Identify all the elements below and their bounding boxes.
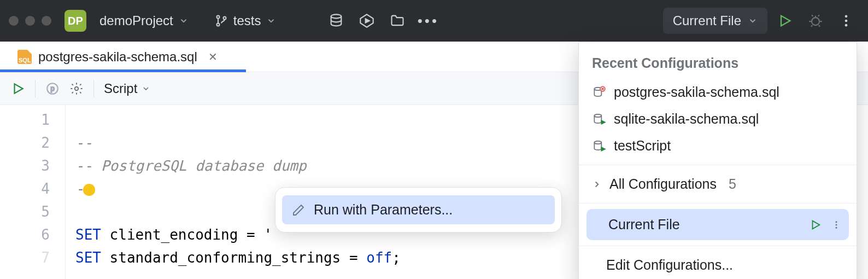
config-name: testScript: [614, 138, 843, 154]
line-gutter: 1 2 3 4 5 6 7: [0, 105, 66, 279]
tab-filename: postgres-sakila-schema.sql: [38, 49, 197, 65]
branch-selector[interactable]: tests: [209, 10, 282, 32]
code-line: -: [75, 181, 95, 197]
branch-name: tests: [233, 13, 261, 28]
code-line: -- PostgreSQL database dump: [75, 158, 307, 174]
svg-point-8: [845, 15, 848, 18]
project-name: demoProject: [99, 13, 173, 28]
active-tab-indicator: [0, 69, 246, 72]
svg-marker-21: [813, 220, 820, 229]
code-line: [75, 204, 84, 220]
chevron-down-icon: [142, 84, 150, 93]
run-with-parameters-item[interactable]: Run with Parameters...: [282, 195, 555, 224]
svg-point-1: [216, 24, 219, 26]
line-number: 1: [0, 108, 50, 131]
line-number: 5: [0, 200, 50, 223]
window-maximize[interactable]: [42, 16, 51, 26]
run-configuration-selector[interactable]: Current File: [663, 8, 767, 34]
svg-point-3: [331, 14, 342, 18]
line-number: 6: [0, 223, 50, 246]
folder-icon: [390, 13, 405, 28]
recent-config-item[interactable]: testScript: [579, 132, 857, 159]
main-toolbar: DP demoProject tests ••• Current File: [0, 0, 868, 42]
sql-file-icon: SQL: [17, 50, 32, 64]
play-icon: [777, 13, 793, 28]
menu-item-label: Run with Parameters...: [314, 202, 453, 218]
chevron-down-icon: [266, 16, 276, 26]
chevron-down-icon: [179, 16, 189, 26]
editor-tab[interactable]: SQL postgres-sakila-schema.sql ✕: [11, 42, 224, 72]
svg-point-9: [845, 20, 848, 22]
execute-button[interactable]: [11, 82, 25, 96]
line-number: 3: [0, 154, 50, 177]
more-vertical-icon: [838, 13, 854, 28]
close-tab-button[interactable]: ✕: [208, 50, 218, 63]
settings-button[interactable]: [69, 82, 84, 96]
svg-point-14: [75, 86, 79, 90]
database-icon: [329, 13, 344, 28]
window-minimize[interactable]: [25, 16, 35, 26]
pencil-icon: [292, 204, 305, 217]
more-horizontal-icon: •••: [418, 13, 439, 30]
svg-marker-20: [601, 147, 605, 151]
run-button[interactable]: [772, 8, 798, 34]
divider: [93, 80, 94, 97]
svg-point-19: [594, 141, 601, 143]
configs-count: 5: [729, 176, 736, 192]
svg-point-23: [836, 224, 837, 225]
db-script-icon: [592, 139, 606, 153]
recent-config-item[interactable]: postgres-sakila-schema.sql: [579, 79, 857, 106]
project-selector[interactable]: demoProject: [94, 10, 194, 32]
script-label: Script: [104, 81, 137, 96]
playground-icon[interactable]: p: [45, 82, 60, 96]
svg-point-17: [594, 114, 601, 117]
project-badge: DP: [64, 10, 86, 32]
svg-point-22: [836, 221, 837, 223]
divider: [579, 203, 857, 204]
services-tool-button[interactable]: [354, 8, 380, 34]
svg-point-7: [812, 18, 819, 25]
svg-marker-18: [601, 120, 605, 124]
svg-marker-6: [781, 16, 790, 26]
edit-configs-label: Edit Configurations...: [606, 257, 733, 273]
code-line: SET standard_conforming_strings = off;: [75, 249, 401, 266]
dropdown-section-title: Recent Configurations: [579, 52, 857, 79]
context-menu-popup: Run with Parameters...: [275, 187, 562, 233]
divider: [579, 165, 857, 165]
debug-button[interactable]: [802, 8, 829, 34]
config-name: sqlite-sakila-schema.sql: [614, 111, 843, 127]
all-configs-label: All Configurations: [609, 176, 717, 192]
bug-icon: [808, 13, 823, 28]
svg-point-24: [836, 226, 837, 228]
code-line: --: [75, 135, 92, 151]
svg-marker-5: [366, 19, 370, 23]
database-tool-button[interactable]: [323, 8, 349, 34]
play-icon[interactable]: [810, 219, 822, 231]
config-name: postgres-sakila-schema.sql: [614, 84, 843, 100]
more-tools-button[interactable]: •••: [415, 8, 441, 34]
divider: [35, 80, 36, 97]
divider: [579, 246, 857, 246]
more-actions-button[interactable]: [833, 8, 859, 34]
svg-point-2: [223, 17, 226, 20]
window-close[interactable]: [9, 16, 19, 26]
all-configurations-item[interactable]: All Configurations 5: [579, 171, 857, 197]
intention-bulb-icon[interactable]: [83, 184, 95, 196]
edit-configurations-item[interactable]: Edit Configurations...: [579, 252, 857, 278]
recent-config-item[interactable]: sqlite-sakila-schema.sql: [579, 106, 857, 132]
run-configurations-dropdown: Recent Configurations postgres-sakila-sc…: [578, 42, 857, 279]
current-file-label: Current File: [594, 217, 680, 233]
line-number: 2: [0, 131, 50, 154]
line-number: 7: [0, 246, 50, 269]
script-mode-selector[interactable]: Script: [104, 81, 150, 96]
run-config-label: Current File: [673, 13, 741, 28]
chevron-right-icon: [592, 179, 602, 189]
db-script-icon: [592, 85, 606, 100]
svg-text:p: p: [50, 84, 54, 92]
files-tool-button[interactable]: [384, 8, 410, 34]
chevron-down-icon: [748, 16, 758, 26]
more-vertical-icon[interactable]: [831, 220, 841, 230]
svg-marker-11: [15, 84, 23, 93]
current-file-item[interactable]: Current File: [587, 209, 849, 240]
line-number: 4: [0, 177, 50, 200]
